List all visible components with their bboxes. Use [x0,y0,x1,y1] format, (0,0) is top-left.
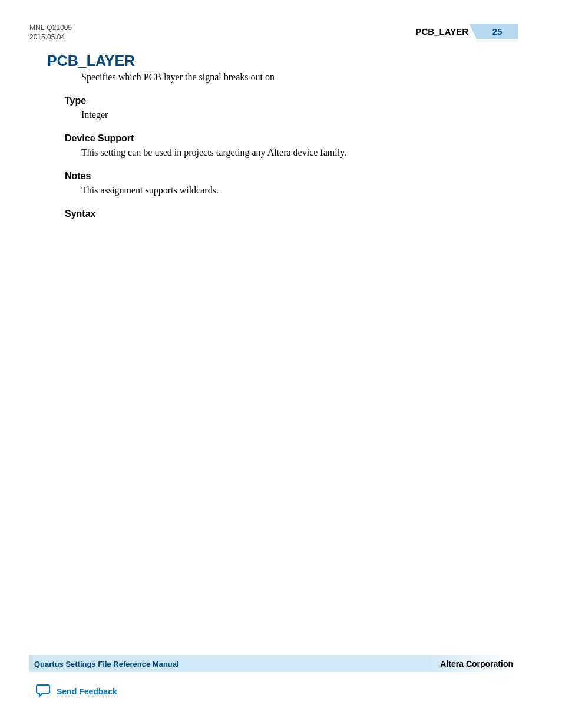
header-page-meta: PCB_LAYER 25 [416,24,518,39]
section-heading-syntax: Syntax [65,209,518,219]
page-number-badge: 25 [477,24,518,39]
page-header: MNL-Q21005 2015.05.04 PCB_LAYER 25 [29,24,518,42]
main-content: PCB_LAYER Specifies which PCB layer the … [29,52,518,219]
section-heading-type: Type [65,95,518,106]
send-feedback-label: Send Feedback [57,687,117,696]
section-body-device-support: This setting can be used in projects tar… [81,147,518,158]
section-body-type: Integer [81,110,518,120]
page-description: Specifies which PCB layer the signal bre… [81,72,518,83]
page-title: PCB_LAYER [47,52,518,70]
speech-bubble-icon [35,683,51,700]
footer-company: Altera Corporation [440,659,513,668]
footer-bar: Quartus Settings File Reference Manual A… [29,655,518,672]
header-doc-meta: MNL-Q21005 2015.05.04 [29,24,72,42]
header-section-name: PCB_LAYER [416,27,477,37]
doc-date: 2015.05.04 [29,33,72,42]
section-body-notes: This assignment supports wildcards. [81,185,518,196]
doc-id: MNL-Q21005 [29,24,72,33]
footer-manual-title[interactable]: Quartus Settings File Reference Manual [34,660,179,668]
section-heading-notes: Notes [65,171,518,182]
send-feedback-link[interactable]: Send Feedback [35,683,117,700]
section-heading-device-support: Device Support [65,133,518,144]
